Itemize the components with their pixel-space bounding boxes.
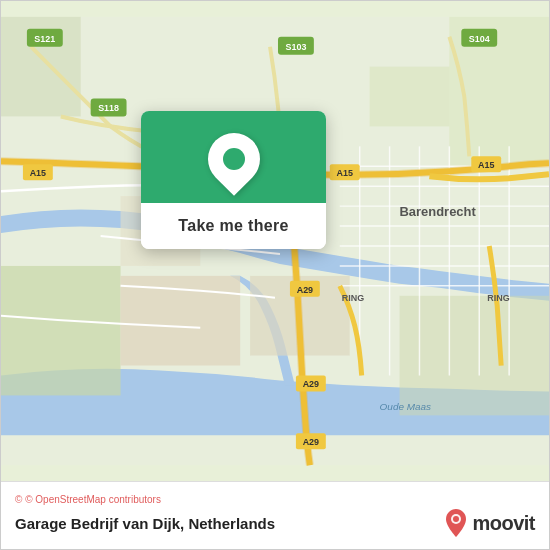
svg-rect-1 bbox=[1, 266, 121, 396]
copyright-symbol: © bbox=[15, 494, 22, 505]
svg-text:A15: A15 bbox=[337, 168, 353, 178]
svg-text:Barendrecht: Barendrecht bbox=[400, 204, 477, 219]
svg-text:S121: S121 bbox=[34, 34, 55, 44]
moovit-text-label: moovit bbox=[472, 512, 535, 535]
svg-text:A29: A29 bbox=[303, 437, 319, 447]
moovit-logo: moovit bbox=[445, 509, 535, 537]
app-container: S121 S118 S103 S104 A15 A15 A15 A29 bbox=[0, 0, 550, 550]
moovit-pin-icon bbox=[445, 509, 467, 537]
svg-text:Oude Maas: Oude Maas bbox=[380, 401, 431, 412]
svg-text:A29: A29 bbox=[297, 285, 313, 295]
svg-text:S104: S104 bbox=[469, 34, 490, 44]
svg-text:S118: S118 bbox=[98, 103, 119, 113]
copyright-label: © OpenStreetMap contributors bbox=[25, 494, 161, 505]
svg-rect-3 bbox=[370, 67, 450, 127]
svg-text:RING: RING bbox=[342, 293, 364, 303]
svg-rect-5 bbox=[400, 296, 549, 416]
svg-text:RING: RING bbox=[487, 293, 509, 303]
info-bottom-row: Garage Bedrijf van Dijk, Netherlands moo… bbox=[15, 509, 535, 537]
location-name: Garage Bedrijf van Dijk, Netherlands bbox=[15, 515, 275, 532]
svg-text:A29: A29 bbox=[303, 379, 319, 389]
svg-text:A15: A15 bbox=[30, 168, 46, 178]
svg-text:S103: S103 bbox=[285, 42, 306, 52]
popup-header bbox=[141, 111, 326, 203]
popup-card: Take me there bbox=[141, 111, 326, 249]
svg-text:A15: A15 bbox=[478, 160, 494, 170]
svg-point-47 bbox=[453, 516, 459, 522]
info-bar: © © OpenStreetMap contributors Garage Be… bbox=[1, 481, 549, 549]
copyright-text: © © OpenStreetMap contributors bbox=[15, 494, 535, 505]
take-me-there-button[interactable]: Take me there bbox=[141, 203, 326, 249]
location-pin-icon bbox=[208, 133, 260, 185]
map-area: S121 S118 S103 S104 A15 A15 A15 A29 bbox=[1, 1, 549, 481]
